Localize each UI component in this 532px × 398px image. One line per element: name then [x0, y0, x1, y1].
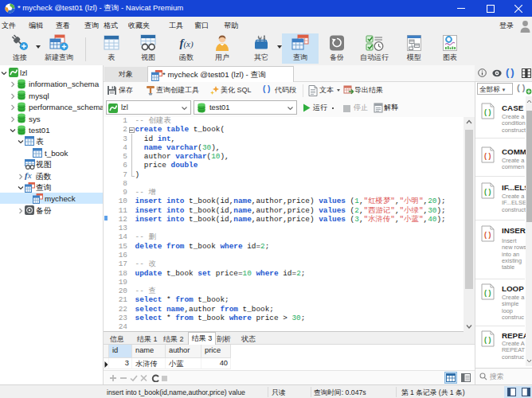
svg-text:( ): ( )	[484, 188, 491, 196]
svg-text:( ): ( )	[484, 231, 491, 239]
svg-text:( ): ( )	[484, 289, 491, 297]
svg-text:( ): ( )	[484, 152, 491, 160]
svg-text:( ): ( )	[484, 108, 491, 116]
svg-text:( ): ( )	[484, 336, 491, 344]
